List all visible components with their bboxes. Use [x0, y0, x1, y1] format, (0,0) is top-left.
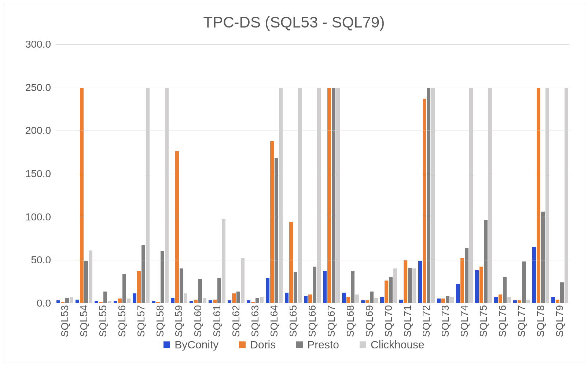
- grid-line: [55, 303, 569, 303]
- x-tick: SQL74: [455, 305, 474, 327]
- bar: [389, 277, 393, 303]
- bar: [404, 260, 407, 303]
- legend: ByConity Doris Presto Clickhouse: [4, 338, 584, 351]
- x-tick-label: SQL69: [364, 305, 375, 337]
- bar: [393, 268, 397, 303]
- bar: [560, 282, 564, 303]
- x-tick: SQL78: [531, 305, 550, 327]
- legend-swatch: [239, 341, 246, 348]
- bar: [323, 271, 327, 303]
- bar: [418, 261, 422, 303]
- bar: [171, 298, 174, 303]
- bar: [294, 272, 297, 303]
- x-tick: SQL66: [303, 305, 322, 327]
- bar: [236, 292, 240, 303]
- legend-item-clickhouse: Clickhouse: [360, 338, 425, 351]
- bar: [361, 300, 365, 303]
- x-tick-label: SQL74: [459, 305, 470, 337]
- bar: [65, 298, 69, 303]
- chart-container: TPC-DS (SQL53 - SQL79) 0.050.0100.0150.0…: [4, 4, 584, 362]
- x-tick-label: SQL62: [230, 305, 242, 337]
- bar: [327, 88, 331, 303]
- bar: [479, 267, 483, 303]
- plot: [55, 44, 569, 303]
- bar: [298, 88, 302, 303]
- x-tick-label: SQL56: [116, 305, 128, 337]
- x-tick-label: SQL58: [154, 305, 166, 337]
- bar: [541, 212, 545, 303]
- bar: [118, 299, 122, 303]
- bar: [313, 267, 316, 303]
- y-tick-label: 250.0: [25, 82, 51, 94]
- bar: [565, 88, 568, 303]
- bar: [450, 297, 454, 303]
- bar: [304, 296, 308, 303]
- bar: [146, 88, 150, 303]
- bar: [551, 297, 555, 303]
- bar: [351, 271, 354, 303]
- x-tick-label: SQL55: [97, 305, 109, 337]
- bar: [370, 292, 374, 303]
- chart-title: TPC-DS (SQL53 - SQL79): [4, 4, 584, 35]
- bar: [56, 300, 60, 303]
- grid-line: [55, 260, 569, 260]
- x-tick-label: SQL57: [135, 305, 147, 337]
- x-tick: SQL77: [512, 305, 531, 327]
- x-tick: SQL76: [493, 305, 512, 327]
- legend-swatch: [360, 341, 366, 348]
- bar: [484, 220, 488, 303]
- bar: [232, 293, 236, 303]
- bar: [423, 99, 426, 303]
- x-tick: SQL53: [55, 305, 74, 327]
- bar: [475, 270, 479, 303]
- bar: [518, 300, 521, 303]
- y-tick-label: 0.0: [37, 297, 51, 309]
- x-tick-label: SQL70: [383, 305, 394, 337]
- legend-label: Doris: [250, 338, 276, 351]
- bar: [241, 258, 245, 303]
- bar: [133, 293, 136, 303]
- bar: [441, 299, 445, 303]
- y-tick-label: 150.0: [25, 168, 51, 180]
- bar: [228, 300, 231, 303]
- grid-line: [55, 131, 569, 131]
- x-tick-label: SQL73: [440, 305, 451, 337]
- bar: [89, 250, 92, 303]
- bar: [499, 294, 502, 303]
- bar: [412, 268, 416, 303]
- x-tick-label: SQL71: [402, 305, 414, 337]
- bar: [289, 222, 293, 303]
- legend-label: ByConity: [174, 338, 218, 351]
- bar: [342, 293, 346, 303]
- x-tick-label: SQL72: [420, 305, 432, 337]
- x-tick-label: SQL65: [287, 305, 299, 337]
- bar: [279, 88, 283, 303]
- legend-label: Presto: [307, 338, 339, 351]
- x-tick: SQL72: [417, 305, 436, 327]
- y-tick-label: 300.0: [25, 39, 51, 50]
- bar: [70, 297, 73, 303]
- x-tick: SQL65: [284, 305, 303, 327]
- bar: [431, 88, 435, 303]
- bar: [203, 298, 206, 303]
- y-tick-label: 50.0: [31, 254, 51, 266]
- x-tick: SQL57: [132, 305, 151, 327]
- x-tick-label: SQL64: [268, 305, 280, 337]
- grid-line: [55, 88, 569, 88]
- bar: [209, 300, 212, 303]
- bar: [275, 158, 278, 303]
- x-tick: SQL71: [398, 305, 417, 327]
- bar: [446, 296, 449, 303]
- bar: [80, 88, 84, 303]
- x-tick: SQL68: [341, 305, 360, 327]
- plot-area: 0.050.0100.0150.0200.0250.0300.0: [19, 44, 569, 303]
- bar: [469, 88, 473, 303]
- legend-swatch: [163, 341, 170, 348]
- bar: [213, 300, 217, 303]
- x-tick: SQL63: [246, 305, 265, 327]
- bar: [456, 284, 460, 303]
- bar: [537, 88, 540, 303]
- bar: [427, 88, 430, 303]
- bar: [385, 281, 388, 303]
- x-tick-label: SQL78: [535, 305, 547, 337]
